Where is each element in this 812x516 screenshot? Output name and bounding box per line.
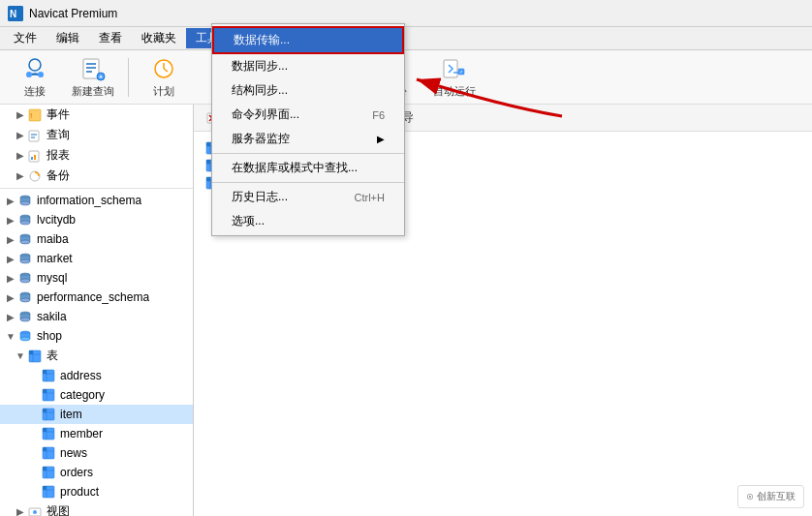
dropdown-options[interactable]: 选项... (212, 209, 404, 233)
svg-rect-112 (206, 160, 210, 164)
is-label: information_schema (37, 194, 141, 207)
sidebar-item-events[interactable]: ▶ ! 事件 (0, 105, 193, 125)
sidebar-item-orders2[interactable]: ▶ orders (0, 463, 193, 482)
svg-point-63 (20, 337, 30, 341)
category-table-icon (41, 387, 56, 403)
toolbar-schedule[interactable]: 计划 (137, 54, 191, 101)
sidebar-item-shop[interactable]: ▼ shop (0, 326, 193, 346)
connect-icon (21, 55, 48, 82)
sidebar-item-sakila[interactable]: ▶ sakila (0, 307, 193, 326)
views-arrow: ▶ (14, 506, 27, 516)
shop-arrow: ▼ (4, 331, 17, 342)
sidebar-item-market[interactable]: ▶ market (0, 249, 193, 268)
cmd-line-label: 命令列界面... (232, 106, 299, 123)
sidebar-item-member[interactable]: ▶ member (0, 424, 193, 443)
address-table-icon (41, 368, 56, 383)
queries-label: 查询 (47, 127, 70, 143)
lvcitydb-icon (17, 212, 33, 228)
svg-text:✓: ✓ (459, 69, 463, 75)
svg-rect-27 (444, 60, 457, 77)
toolbar-connect[interactable]: 连接 (8, 54, 62, 101)
sidebar-item-address[interactable]: ▶ address (0, 366, 193, 385)
schedule-icon (150, 55, 177, 82)
mysql-arrow: ▶ (4, 273, 17, 284)
sidebar-item-mysql[interactable]: ▶ mysql (0, 268, 193, 288)
dropdown-history-log[interactable]: 历史日志... Ctrl+H (212, 185, 404, 209)
member-label: member (60, 427, 103, 440)
views-label: 视图 (47, 503, 70, 516)
svg-text:+: + (99, 74, 103, 80)
orders2-table-icon (41, 465, 56, 480)
sidebar-item-tables[interactable]: ▼ 表 (0, 346, 193, 366)
svg-rect-71 (43, 370, 47, 374)
sidebar-item-category[interactable]: ▶ category (0, 385, 193, 405)
item-label: item (60, 408, 82, 421)
queries-icon (27, 128, 43, 143)
sidebar-item-information_schema[interactable]: ▶ information_schema (0, 191, 193, 210)
sakila-arrow: ▶ (4, 312, 17, 322)
events-label: 事件 (47, 106, 70, 123)
events-arrow: ▶ (14, 109, 27, 120)
market-label: market (37, 252, 73, 265)
shop-label: shop (37, 329, 62, 343)
perf-arrow: ▶ (4, 292, 17, 303)
cmd-line-shortcut: F6 (372, 109, 385, 121)
sidebar-item-lvcitydb[interactable]: ▶ lvcitydb (0, 210, 193, 229)
server-monitor-arrow: ▶ (377, 134, 385, 144)
backups-label: 备份 (47, 167, 70, 184)
maiba-label: maiba (37, 232, 69, 246)
product2-table-icon (41, 484, 56, 500)
sidebar-item-product2[interactable]: ▶ product (0, 482, 193, 501)
events-icon: ! (27, 107, 43, 123)
dropdown-data-sync[interactable]: 数据同步... (212, 54, 404, 78)
reports-label: 报表 (47, 147, 70, 164)
maiba-icon (17, 231, 33, 247)
dropdown-sep2 (212, 182, 404, 183)
svg-rect-91 (43, 467, 47, 470)
tools-dropdown-menu: 数据传输... 数据同步... 结构同步... 命令列界面... F6 服务器监… (211, 23, 405, 236)
sidebar-item-maiba[interactable]: ▶ maiba (0, 229, 193, 249)
dropdown-data-transfer[interactable]: 数据传输... (212, 26, 404, 54)
perf-icon (17, 289, 33, 305)
sakila-label: sakila (37, 310, 67, 323)
sidebar: ▶ ! 事件 ▶ 查询 ▶ 报表 ▶ 备份 (0, 105, 194, 516)
sidebar-item-backups[interactable]: ▶ 备份 (0, 166, 193, 186)
dropdown-server-monitor[interactable]: 服务器监控 ▶ (212, 127, 404, 151)
views-icon (27, 504, 43, 517)
sidebar-item-perf-schema[interactable]: ▶ performance_schema (0, 288, 193, 307)
news2-label: news (60, 446, 87, 460)
dropdown-struct-sync[interactable]: 结构同步... (212, 78, 404, 103)
history-log-label: 历史日志... (232, 189, 288, 205)
tables-icon (27, 349, 43, 364)
sidebar-item-views[interactable]: ▶ 视图 (0, 501, 193, 516)
shop-db-icon (17, 328, 33, 344)
sidebar-item-news2[interactable]: ▶ news (0, 443, 193, 463)
market-arrow: ▶ (4, 254, 17, 264)
menu-edit[interactable]: 编辑 (47, 28, 89, 48)
watermark: ⊙ 创新互联 (737, 485, 804, 508)
sidebar-item-queries[interactable]: ▶ 查询 (0, 125, 193, 145)
menu-file[interactable]: 文件 (4, 28, 47, 48)
svg-point-51 (20, 259, 30, 263)
sidebar-item-item[interactable]: ▶ item (0, 405, 193, 424)
menu-favorites[interactable]: 收藏夹 (132, 28, 186, 48)
svg-point-3 (26, 72, 32, 77)
connect-label: 连接 (24, 84, 46, 99)
news2-table-icon (41, 445, 56, 461)
struct-sync-label: 结构同步... (232, 82, 288, 99)
svg-rect-75 (43, 389, 47, 393)
orders2-label: orders (60, 466, 93, 479)
toolbar-new-query[interactable]: + 新建查询 (66, 54, 120, 101)
dropdown-find-in-db[interactable]: 在数据库或模式中查找... (212, 156, 404, 180)
svg-text:!: ! (30, 111, 32, 120)
address-label: address (60, 369, 102, 382)
sidebar-item-reports[interactable]: ▶ 报表 (0, 145, 193, 166)
options-label: 选项... (232, 213, 265, 229)
toolbar-sep1 (128, 58, 129, 97)
svg-rect-38 (34, 155, 36, 160)
svg-rect-108 (206, 142, 210, 146)
dropdown-cmd-line[interactable]: 命令列界面... F6 (212, 103, 404, 127)
svg-rect-95 (43, 486, 47, 490)
menu-view[interactable]: 查看 (89, 28, 132, 48)
toolbar-autorun[interactable]: ✓ 自动运行 (427, 54, 482, 101)
